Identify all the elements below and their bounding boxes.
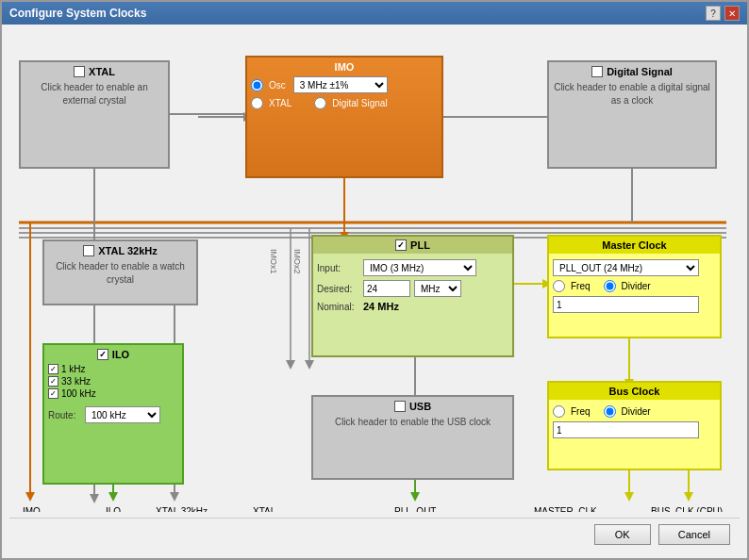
imo-header: IMO <box>251 61 438 73</box>
xtal32-checkbox[interactable] <box>83 245 94 256</box>
ilo-1khz-label: 1 kHz <box>61 364 86 374</box>
master-clock-block: Master Clock PLL_OUT (24 MHz) IMO XTAL F… <box>547 235 722 338</box>
svg-marker-6 <box>90 494 99 503</box>
svg-marker-21 <box>305 360 314 370</box>
configure-system-clocks-dialog: Configure System Clocks ? ✕ <box>0 0 749 560</box>
ilo-33khz-row: ✓ 33 kHz <box>48 376 178 387</box>
xtal-header[interactable]: XTAL <box>25 66 164 77</box>
pll-input-row: Input: IMO (3 MHz) XTAL Digital Signal <box>317 259 508 276</box>
ilo-route-row: Route: 100 kHz 33 kHz 1 kHz <box>48 406 178 423</box>
bus-freq-radio[interactable] <box>553 405 565 418</box>
xtal32-pin-label: XTAL 32kHz <box>156 506 208 512</box>
svg-marker-15 <box>170 492 179 502</box>
xtal32-block: XTAL 32kHz Click header to enable a watc… <box>42 239 198 305</box>
pll-input-select[interactable]: IMO (3 MHz) XTAL Digital Signal <box>363 259 476 276</box>
ok-button[interactable]: OK <box>594 524 651 545</box>
pll-checkbox[interactable] <box>395 239 407 251</box>
pll-desired-row: Desired: MHz kHz <box>317 280 508 297</box>
pll-desired-label: Desired: <box>317 284 359 294</box>
imo-pin-label: IMO <box>23 506 41 512</box>
master-source-select[interactable]: PLL_OUT (24 MHz) IMO XTAL <box>553 259 699 276</box>
bus-clock-header: Bus Clock <box>549 383 720 400</box>
master-divider-input[interactable] <box>553 296 699 313</box>
xtal32-header[interactable]: XTAL 32kHz <box>48 245 192 256</box>
xtal-body: Click header to enable an external cryst… <box>25 81 164 107</box>
ilo-100khz-row: ✓ 100 kHz <box>48 388 178 399</box>
master-freq-radio[interactable] <box>553 280 565 292</box>
bus-divider-input[interactable] <box>553 421 699 438</box>
master-clock-header: Master Clock <box>549 237 720 254</box>
bus-mode-row: Freq Divider <box>553 405 716 418</box>
imo-xtal-radio[interactable] <box>251 97 263 109</box>
master-mode-row: Freq Divider <box>553 280 716 292</box>
bus-value-row <box>553 421 716 438</box>
svg-marker-20 <box>286 360 295 370</box>
pll-nominal-label: Nominal: <box>317 302 359 312</box>
imo-osc-row: Osc 3 MHz ±1% 6 MHz ±1% 12 MHz ±1% 24 MH… <box>251 76 438 93</box>
imox1-label: IMOx1 <box>269 249 278 274</box>
ilo-route-label: Route: <box>48 410 81 420</box>
imo-freq-select[interactable]: 3 MHz ±1% 6 MHz ±1% 12 MHz ±1% 24 MHz ±1… <box>293 76 388 93</box>
master-value-row <box>553 296 716 313</box>
digital-checkbox[interactable] <box>591 66 603 77</box>
svg-marker-27 <box>624 492 634 502</box>
bus-clock-block: Bus Clock Freq Divider <box>547 381 722 470</box>
xtal-block: XTAL Click header to enable an external … <box>19 60 170 169</box>
imo-digital-radio[interactable] <box>314 97 326 109</box>
pll-input-label: Input: <box>317 263 359 273</box>
bus-freq-label: Freq <box>571 406 591 417</box>
svg-marker-29 <box>684 492 693 502</box>
diagram-area: XTAL Click header to enable an external … <box>9 32 740 512</box>
ilo-1khz-row: ✓ 1 kHz <box>48 364 178 374</box>
ilo-block: ILO ✓ 1 kHz ✓ 33 kHz ✓ 100 kHz Route: <box>42 343 184 485</box>
pll-out-pin-label: PLL_OUT <box>394 506 436 512</box>
close-button[interactable]: ✕ <box>724 6 740 21</box>
ilo-route-select[interactable]: 100 kHz 33 kHz 1 kHz <box>85 406 160 423</box>
ilo-pin-label: ILO <box>106 506 121 512</box>
bus-divider-radio[interactable] <box>604 405 616 418</box>
xtal32-body: Click header to enable a watch crystal <box>48 260 192 287</box>
master-divider-label: Divider <box>622 281 651 291</box>
imo-osc-label: Osc <box>269 80 286 91</box>
pll-unit-select[interactable]: MHz kHz <box>414 280 461 297</box>
master-freq-label: Freq <box>571 281 591 291</box>
ilo-100khz-label: 100 kHz <box>61 388 96 399</box>
imo-osc-radio[interactable] <box>251 79 263 91</box>
bus-divider-label: Divider <box>622 406 651 417</box>
bus-clk-pin-label: BUS_CLK (CPU) <box>651 506 723 512</box>
master-clk-pin-label: MASTER_CLK <box>534 506 597 512</box>
ilo-header[interactable]: ILO <box>48 349 178 360</box>
xtal-pin-label: XTAL <box>253 506 275 512</box>
svg-marker-11 <box>25 492 35 502</box>
pll-nominal-row: Nominal: 24 MHz <box>317 301 508 312</box>
usb-checkbox[interactable] <box>394 401 406 412</box>
pll-header[interactable]: PLL <box>313 237 512 254</box>
digital-header[interactable]: Digital Signal <box>553 66 711 77</box>
digital-body: Click header to enable a digital signal … <box>553 81 711 107</box>
imo-block: IMO Osc 3 MHz ±1% 6 MHz ±1% 12 MHz ±1% 2… <box>245 56 443 178</box>
imo-xtal-label: XTAL <box>269 98 291 108</box>
pll-block: PLL Input: IMO (3 MHz) XTAL Digital Sign… <box>311 235 514 357</box>
xtal-checkbox[interactable] <box>74 66 85 77</box>
digital-signal-block: Digital Signal Click header to enable a … <box>547 60 717 169</box>
imo-xtal-row: XTAL Digital Signal <box>251 97 438 109</box>
ilo-33khz-checkbox[interactable]: ✓ <box>48 376 58 387</box>
help-button[interactable]: ? <box>706 6 721 21</box>
master-source-row: PLL_OUT (24 MHz) IMO XTAL <box>553 259 716 276</box>
ilo-1khz-checkbox[interactable]: ✓ <box>48 364 58 374</box>
svg-marker-13 <box>108 492 118 502</box>
imox2-label: IMOx2 <box>292 249 302 274</box>
imo-digital-label: Digital Signal <box>332 98 387 108</box>
usb-header[interactable]: USB <box>317 401 508 412</box>
pll-desired-input[interactable] <box>363 280 410 297</box>
master-divider-radio[interactable] <box>604 280 616 292</box>
content-area: XTAL Click header to enable an external … <box>2 25 747 558</box>
ilo-100khz-checkbox[interactable]: ✓ <box>48 388 58 399</box>
ilo-checkbox[interactable] <box>97 349 108 360</box>
title-bar: Configure System Clocks ? ✕ <box>2 2 747 25</box>
cancel-button[interactable]: Cancel <box>658 524 730 545</box>
usb-body: Click header to enable the USB clock <box>317 416 508 429</box>
usb-block: USB Click header to enable the USB clock <box>311 395 514 480</box>
title-bar-controls: ? ✕ <box>706 6 740 21</box>
dialog-title: Configure System Clocks <box>9 7 146 20</box>
